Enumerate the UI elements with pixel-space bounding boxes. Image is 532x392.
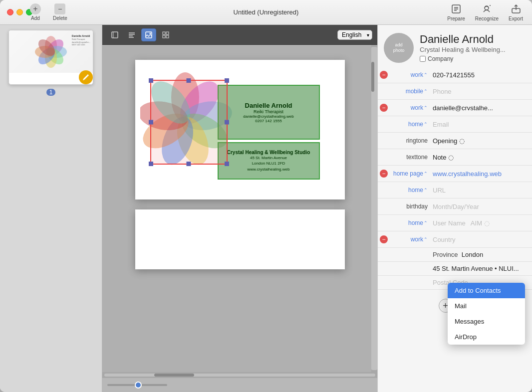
field-row-ringtone: ringtone Opening ◌ — [378, 133, 532, 149]
texttone-label-area: texttone — [390, 154, 430, 161]
zoom-thumb[interactable] — [135, 382, 142, 389]
window-title: Untitled (Unregistered) — [234, 8, 299, 16]
text-card-name: Danielle Arnold — [245, 102, 292, 109]
home-url-label-area: home ⌃ — [390, 187, 430, 194]
canvas-scroll-area[interactable]: Danielle Arnold Reiki Therapist danielle… — [102, 45, 377, 372]
image-tool-button[interactable] — [141, 28, 156, 41]
prepare-icon — [450, 3, 462, 15]
add-photo-button[interactable]: addphoto — [384, 33, 414, 63]
h-scrollbar[interactable] — [102, 372, 377, 378]
canvas-v-thumb[interactable] — [371, 62, 374, 92]
share-mail[interactable]: Mail — [448, 298, 525, 314]
add-button[interactable]: + Add — [25, 1, 46, 23]
texttone-value[interactable]: Note ◌ — [430, 154, 532, 161]
company-checkbox[interactable] — [420, 56, 426, 62]
home-email-stepper[interactable]: ⌃ — [424, 122, 428, 127]
language-dropdown[interactable]: English — [337, 30, 372, 40]
field-row-work-phone: − work ⌃ 020-71421555 — [378, 67, 532, 83]
prepare-button[interactable]: Prepare — [443, 1, 469, 23]
canvas-v-track — [371, 47, 377, 370]
add-label: Add — [31, 15, 40, 21]
handle-bm[interactable] — [187, 162, 191, 166]
homepage-value[interactable]: www.crystalhealing.web — [430, 170, 532, 178]
handle-bl[interactable] — [149, 162, 153, 166]
birthday-label-area: birthday — [390, 203, 430, 210]
fields-section: − work ⌃ 020-71421555 mobile ⌃ Phone — [378, 67, 532, 295]
handle-ml[interactable] — [149, 120, 153, 125]
home-url-value[interactable]: URL — [430, 187, 532, 194]
home-email-label[interactable]: home — [408, 121, 423, 128]
language-select[interactable]: English — [337, 30, 372, 40]
im-stepper[interactable]: ⌃ — [424, 220, 428, 225]
work-email-value[interactable]: danielle@crvstalhe... — [430, 104, 532, 112]
work-phone-label[interactable]: work — [411, 71, 423, 78]
birthday-value[interactable]: Month/Day/Year — [430, 203, 532, 210]
select-tool-button[interactable] — [107, 28, 122, 41]
delete-icon: − — [54, 3, 65, 14]
handle-br[interactable] — [225, 162, 229, 166]
mobile-label[interactable]: mobile — [406, 88, 423, 95]
text-card-title: Reiki Therapist — [254, 109, 283, 114]
zoom-slider[interactable] — [107, 384, 167, 386]
home-email-label-area: home ⌃ — [390, 121, 430, 128]
province-value[interactable]: Province London — [430, 251, 532, 258]
close-button[interactable] — [7, 9, 13, 15]
birthday-label: birthday — [406, 203, 428, 210]
remove-ringtone-placeholder — [378, 135, 390, 147]
remove-home-email-placeholder — [378, 118, 390, 130]
homepage-label[interactable]: home page — [393, 170, 423, 177]
handle-mr[interactable] — [225, 120, 229, 125]
remove-address-button[interactable]: − — [378, 233, 390, 245]
canvas-v-scrollbar[interactable] — [371, 45, 377, 372]
ringtone-label-area: ringtone — [390, 137, 430, 144]
mobile-stepper[interactable]: ⌃ — [424, 89, 428, 94]
ringtone-value[interactable]: Opening ◌ — [430, 137, 532, 145]
share-add-contacts[interactable]: Add to Contacts — [448, 283, 525, 298]
company-card: Crystal Healing & Wellbeing Studio 45 St… — [218, 142, 320, 180]
work-phone-label-area: work ⌃ — [390, 71, 430, 78]
work-email-label[interactable]: work — [411, 104, 423, 111]
selection-box — [150, 80, 228, 165]
contact-name: Danielle Arnold — [420, 33, 506, 46]
edit-badge[interactable] — [79, 70, 93, 84]
home-url-stepper[interactable]: ⌃ — [424, 188, 428, 193]
remove-work-email-button[interactable]: − — [378, 102, 390, 114]
export-label: Export — [509, 16, 523, 21]
home-url-label[interactable]: home — [408, 187, 423, 194]
main-window: + Add − Delete Untitled (Unregistered) — [0, 0, 532, 392]
work-email-label-area: work ⌃ — [390, 104, 430, 111]
delete-button[interactable]: − Delete — [48, 1, 72, 23]
homepage-stepper[interactable]: ⌃ — [424, 171, 428, 176]
recognize-button[interactable]: Recognize — [471, 1, 503, 23]
home-email-value[interactable]: Email — [430, 121, 532, 128]
im-value[interactable]: User Name AIM ◌ — [430, 219, 532, 227]
card-content: Danielle Arnold Reiki Therapist danielle… — [135, 60, 345, 199]
handle-tm[interactable] — [187, 78, 191, 83]
remove-homepage-button[interactable]: − — [378, 168, 390, 180]
remove-work-phone-button[interactable]: − — [378, 69, 390, 81]
minimize-button[interactable] — [16, 9, 23, 15]
remove-im-placeholder — [378, 217, 390, 229]
im-label[interactable]: home — [408, 219, 423, 226]
address-country[interactable]: Country — [430, 236, 532, 243]
export-button[interactable]: Export — [505, 1, 527, 23]
remove-homepage-icon: − — [380, 170, 388, 178]
h-scrollbar-thumb[interactable] — [154, 374, 194, 377]
street-value[interactable]: 45 St. Martin Avenue • NLUI... — [430, 265, 532, 272]
work-phone-stepper[interactable]: ⌃ — [424, 72, 428, 77]
contact-header: addphoto Danielle Arnold Crystal Healing… — [378, 25, 532, 67]
text-tool-button[interactable] — [124, 28, 139, 41]
handle-tl[interactable] — [149, 78, 153, 83]
handle-tr[interactable] — [225, 78, 229, 83]
grid-tool-button[interactable] — [158, 28, 173, 41]
share-messages[interactable]: Messages — [448, 314, 525, 329]
address-stepper[interactable]: ⌃ — [424, 237, 428, 242]
mobile-value[interactable]: Phone — [430, 88, 532, 95]
card-thumbnail[interactable]: Danielle Arnold Reiki Therapist danielle… — [8, 30, 93, 85]
share-airdrop[interactable]: AirDrop — [448, 329, 525, 345]
work-email-stepper[interactable]: ⌃ — [424, 105, 428, 110]
h-scrollbar-track — [104, 374, 375, 377]
work-phone-value[interactable]: 020-71421555 — [430, 71, 532, 79]
address-label[interactable]: work — [411, 236, 423, 243]
remove-birthday-placeholder — [378, 200, 390, 212]
